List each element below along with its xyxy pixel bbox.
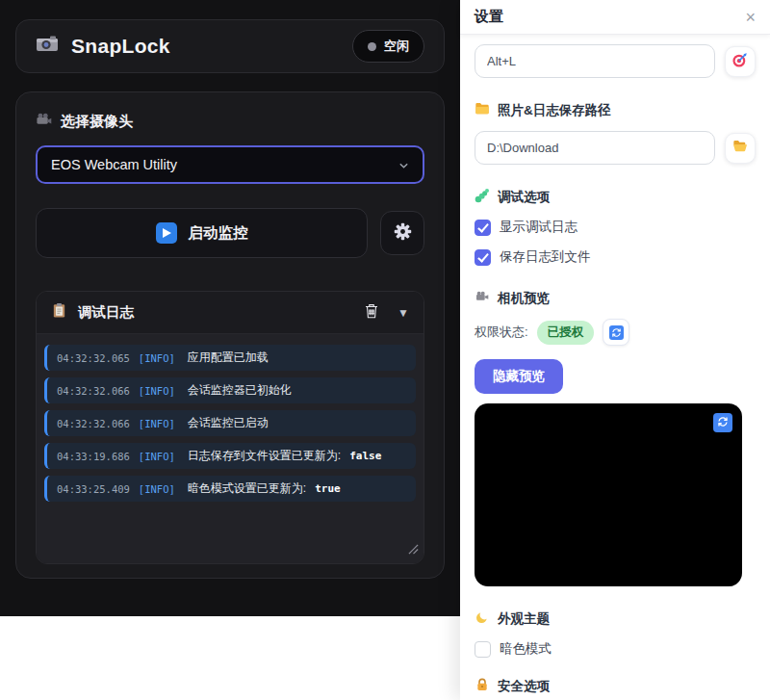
main-card: 选择摄像头 EOS Webcam Utility 启动监控 — [15, 91, 445, 579]
log-header: 调试日志 — [37, 292, 424, 334]
screen: SnapLock 空闲 选择摄像头 EOS Webca — [0, 0, 770, 700]
hide-preview-button[interactable]: 隐藏预览 — [475, 359, 563, 394]
movie-camera-icon — [475, 289, 490, 307]
permission-badge: 已授权 — [537, 321, 595, 345]
settings-panel: 设置 × — [460, 0, 770, 700]
status-badge: 空闲 — [352, 30, 424, 63]
path-section-label: 照片&日志保存路径 — [475, 101, 756, 119]
hotkey-row — [475, 44, 756, 78]
hotkey-input[interactable] — [475, 44, 715, 78]
app-header: SnapLock 空闲 — [15, 19, 445, 73]
start-monitoring-button[interactable]: 启动监控 — [36, 208, 368, 258]
gear-icon — [393, 221, 413, 245]
save-log-label: 保存日志到文件 — [500, 248, 591, 266]
camera-select[interactable]: EOS Webcam Utility — [36, 145, 424, 184]
camera-icon — [36, 33, 59, 60]
folder-icon — [475, 101, 490, 119]
show-log-checkbox[interactable] — [475, 220, 491, 236]
camera-select-value: EOS Webcam Utility — [51, 157, 177, 172]
dark-mode-checkbox[interactable] — [475, 641, 491, 658]
refresh-icon — [717, 416, 729, 430]
settings-content: 照片&日志保存路径 — [460, 35, 770, 700]
collapse-log-button[interactable]: ▼ — [398, 306, 409, 320]
log-textarea[interactable]: 04:32:32.065[INFO]应用配置已加载04:32:32.066[IN… — [37, 334, 424, 563]
settings-header: 设置 × — [460, 0, 770, 35]
folder-open-icon — [732, 139, 748, 157]
lock-icon — [475, 677, 490, 695]
resize-handle[interactable] — [408, 541, 419, 558]
app-title: SnapLock — [71, 35, 170, 58]
snaplock-app: SnapLock 空闲 选择摄像头 EOS Webca — [0, 0, 460, 616]
show-log-label: 显示调试日志 — [500, 219, 578, 236]
save-path-input[interactable] — [475, 131, 715, 165]
controls-row: 启动监控 — [36, 208, 424, 258]
play-icon — [156, 222, 177, 244]
log-entry: 04:33:19.686[INFO]日志保存到文件设置已更新为:false — [44, 443, 416, 469]
clipboard-icon — [51, 302, 67, 323]
preview-refresh-button[interactable] — [713, 413, 732, 432]
settings-gear-button[interactable] — [380, 211, 424, 255]
save-log-checkbox[interactable] — [475, 249, 491, 266]
close-icon[interactable]: × — [745, 9, 756, 26]
video-camera-icon — [36, 112, 52, 131]
moon-icon — [475, 609, 490, 628]
triangle-down-icon: ▼ — [398, 306, 409, 320]
preview-section-label: 相机预览 — [475, 289, 756, 307]
dark-mode-checkbox-row[interactable]: 暗色模式 — [475, 640, 756, 658]
permission-label: 权限状态: — [475, 324, 528, 341]
bug-icon — [475, 188, 490, 206]
settings-title: 设置 — [475, 8, 503, 26]
dark-mode-label: 暗色模式 — [500, 640, 552, 658]
status-dot-icon — [368, 42, 376, 51]
chevron-down-icon — [398, 157, 409, 172]
log-entry: 04:33:25.409[INFO]暗色模式设置已更新为:true — [44, 476, 416, 502]
log-entry: 04:32:32.065[INFO]应用配置已加载 — [44, 345, 416, 371]
camera-preview — [475, 403, 742, 586]
log-entry: 04:32:32.066[INFO]会话监控器已初始化 — [44, 377, 416, 403]
refresh-icon — [609, 325, 624, 340]
log-entry: 04:32:32.066[INFO]会话监控已启动 — [44, 410, 416, 436]
target-icon — [732, 51, 749, 71]
save-log-checkbox-row[interactable]: 保存日志到文件 — [475, 248, 756, 266]
capture-hotkey-button[interactable] — [725, 46, 756, 77]
path-row — [475, 131, 756, 165]
trash-icon — [363, 302, 380, 323]
camera-section-label: 选择摄像头 — [36, 112, 424, 131]
show-log-checkbox-row[interactable]: 显示调试日志 — [475, 219, 756, 236]
browse-folder-button[interactable] — [725, 133, 756, 164]
log-title: 调试日志 — [78, 303, 134, 322]
debug-log-panel: 调试日志 — [36, 291, 424, 564]
permission-row: 权限状态: 已授权 — [475, 319, 756, 346]
log-actions: ▼ — [363, 302, 409, 323]
clear-log-button[interactable] — [363, 302, 380, 323]
security-section-label: 安全选项 — [475, 677, 756, 695]
theme-section-label: 外观主题 — [475, 609, 756, 628]
log-entries: 04:32:32.065[INFO]应用配置已加载04:32:32.066[IN… — [44, 345, 416, 502]
refresh-permission-button[interactable] — [603, 319, 629, 346]
status-label: 空闲 — [384, 38, 409, 55]
debug-section-label: 调试选项 — [475, 188, 756, 206]
